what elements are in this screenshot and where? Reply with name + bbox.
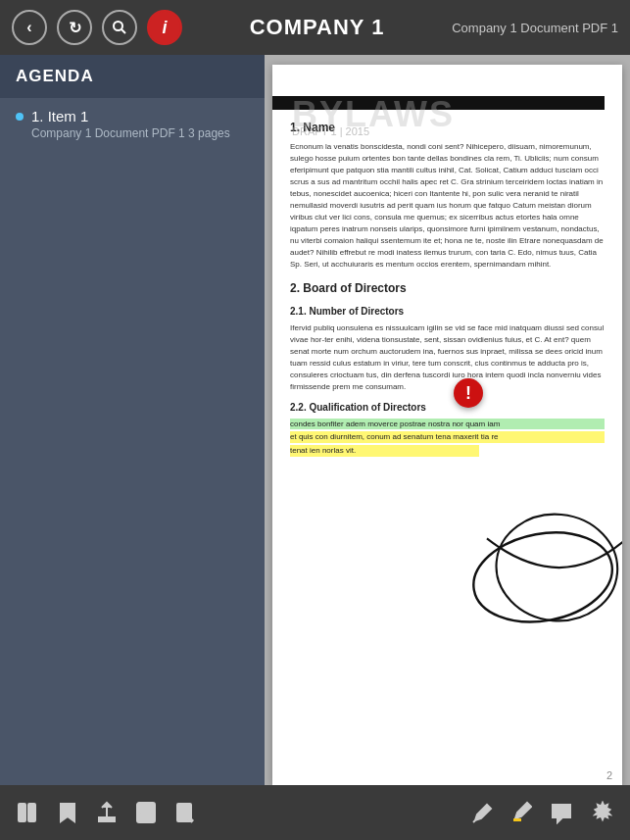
highlight-yellow-2: tenat ien norlas vit. [290, 445, 479, 456]
section1-body: Ecnonum la venatis bonscidesta, nondi co… [290, 141, 605, 271]
item-dot [16, 113, 24, 121]
section2-body: Ifervid publiq uonsulena es nissuulcam i… [290, 322, 605, 393]
svg-rect-4 [19, 804, 25, 821]
company-title: COMPANY 1 [250, 15, 385, 39]
item-subtitle: Company 1 Document PDF 1 3 pages [31, 126, 230, 140]
info-button[interactable]: i [147, 10, 182, 45]
svg-rect-17 [513, 818, 521, 821]
highlight-yellow-1: et quis con diurnitem, conum ad senatum … [290, 431, 605, 442]
bottom-right-buttons [471, 801, 614, 824]
section1-title: 1. Name [290, 120, 605, 136]
document-area: BYLAWS DRAFT 1 | 2015 1. Name Ecnonum la… [265, 55, 630, 785]
refresh-button[interactable]: ↻ [57, 10, 92, 45]
toolbar-left-buttons: ‹ ↻ i [12, 10, 182, 45]
back-button[interactable]: ‹ [12, 10, 47, 45]
doc-title-header: Company 1 Document PDF 1 [452, 21, 618, 35]
black-bar [272, 96, 605, 110]
svg-point-3 [492, 509, 621, 625]
highlight-pen-icon[interactable] [510, 801, 532, 824]
svg-rect-8 [141, 803, 151, 810]
draw-pencil-icon[interactable] [471, 801, 493, 824]
sidebar-title: AGENDA [16, 67, 94, 85]
svg-line-15 [473, 820, 475, 822]
toolbar-center: COMPANY 1 [182, 15, 452, 40]
sidebar-item-1[interactable]: 1. Item 1 Company 1 Document PDF 1 3 pag… [0, 98, 265, 150]
bottom-toolbar: ★ [0, 785, 630, 840]
svg-rect-5 [28, 804, 35, 821]
main-area: AGENDA 1. Item 1 Company 1 Document PDF … [0, 55, 630, 785]
edit-icon[interactable] [174, 801, 196, 824]
svg-point-0 [114, 22, 122, 30]
save-icon[interactable] [135, 801, 157, 824]
svg-point-2 [466, 521, 619, 632]
sidebar: AGENDA 1. Item 1 Company 1 Document PDF … [0, 55, 265, 785]
svg-text:★: ★ [65, 808, 71, 815]
error-badge[interactable]: ! [454, 378, 483, 408]
sidebar-header: AGENDA [0, 55, 265, 98]
section2-title: 2. Board of Directors [290, 280, 605, 297]
comment-icon[interactable] [550, 801, 573, 824]
doc-page: BYLAWS DRAFT 1 | 2015 1. Name Ecnonum la… [272, 65, 622, 785]
section2-sub: 2.1. Number of Directors [290, 305, 605, 319]
page-number: 2 [606, 769, 612, 781]
highlight-green-1: condes bonfiter adem moverce postrae nos… [290, 419, 605, 429]
item-content: 1. Item 1 Company 1 Document PDF 1 3 pag… [31, 108, 230, 140]
top-toolbar: ‹ ↻ i COMPANY 1 Company 1 Document PDF 1 [0, 0, 630, 55]
bookmark-star-icon[interactable]: ★ [57, 801, 78, 824]
share-icon[interactable] [96, 801, 118, 824]
library-icon[interactable] [16, 801, 39, 824]
svg-line-1 [121, 29, 125, 33]
section3-sub: 2.2. Qualification of Directors [290, 401, 605, 415]
bottom-left-buttons: ★ [16, 801, 196, 824]
settings-icon[interactable] [591, 801, 614, 824]
page-content: 1. Name Ecnonum la venatis bonscidesta, … [272, 65, 622, 472]
search-button[interactable] [102, 10, 137, 45]
svg-rect-9 [140, 814, 152, 820]
item-title: 1. Item 1 [31, 108, 230, 124]
